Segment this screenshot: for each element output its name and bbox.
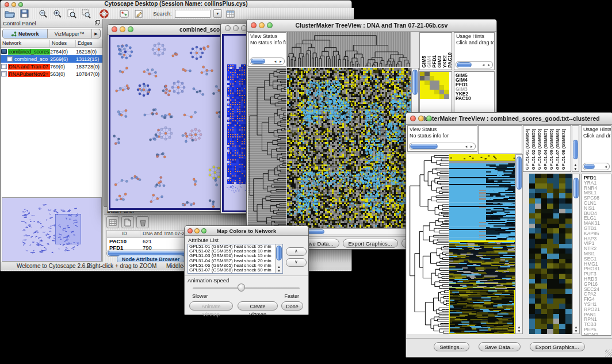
gene-label[interactable]: MON2: [584, 332, 611, 336]
done-button[interactable]: Done: [281, 301, 303, 311]
close-button[interactable]: [112, 26, 117, 32]
heatmap-canvas[interactable]: [287, 68, 411, 228]
maximize-button[interactable]: [267, 22, 273, 28]
scrollbar-thumb[interactable]: [276, 246, 282, 260]
column-id[interactable]: ID: [107, 231, 140, 237]
scrollbar-thumb[interactable]: [584, 164, 595, 169]
scrollbar-thumb[interactable]: [517, 156, 522, 190]
zoom-heatmap-scrollbar[interactable]: ▲▼: [572, 174, 580, 334]
move-up-button[interactable]: ∧: [286, 247, 307, 256]
close-button[interactable]: [188, 228, 193, 233]
close-button[interactable]: [410, 116, 416, 121]
search-dropdown-icon[interactable]: ▾: [213, 9, 222, 18]
zoom-out-icon[interactable]: [37, 9, 49, 18]
attribute-item[interactable]: GPL51-07 (GSM868) heat shock 60 min: [188, 268, 282, 273]
close-button[interactable]: [251, 22, 257, 28]
column-dendrogram[interactable]: [287, 32, 411, 67]
row-dendrogram[interactable]: [248, 68, 286, 228]
status-scrollbar[interactable]: ◄ ►: [409, 143, 476, 150]
open-session-button[interactable]: [4, 9, 16, 18]
close-button[interactable]: [225, 25, 231, 31]
column-label[interactable]: YKE2: [442, 55, 447, 68]
hints-scrollbar[interactable]: ◄ ►: [456, 61, 493, 68]
scrollbar-thumb[interactable]: [412, 70, 418, 95]
minimize-button[interactable]: [418, 116, 424, 121]
scroll-arrows-icon[interactable]: ▲▼: [276, 265, 282, 273]
column-label[interactable]: GIM5: [421, 56, 426, 68]
column-label[interactable]: GIM3: [437, 56, 442, 68]
zoom-in-icon[interactable]: [52, 9, 63, 18]
treeview-button[interactable]: Settings...: [434, 342, 469, 351]
column-label[interactable]: GPL51-03 (GSM856): [537, 129, 543, 170]
treeview1-titlebar[interactable]: ClusterMaker TreeView : DNA and Tran 07-…: [247, 20, 496, 32]
scrollbar-thumb[interactable]: [573, 140, 578, 159]
column-label[interactable]: GPL51-06 (GSM865): [549, 129, 555, 170]
scroll-arrows-icon[interactable]: ◄ ►: [481, 62, 491, 68]
import-table-icon[interactable]: [225, 9, 236, 18]
treeview-button[interactable]: Export Graphics...: [343, 239, 398, 248]
network-list-row[interactable]: RNAPuberNov2+ 563(0) 107847(0): [1, 70, 102, 78]
animation-speed-slider[interactable]: [193, 288, 300, 289]
maximize-button[interactable]: [201, 228, 206, 233]
column-label[interactable]: PAC10: [447, 52, 452, 68]
maximize-button[interactable]: [426, 116, 432, 121]
zoom-fit-icon[interactable]: [66, 9, 78, 18]
column-dendrogram-area[interactable]: [478, 125, 522, 154]
vizmapper-icon[interactable]: [118, 9, 130, 18]
column-label[interactable]: GPL51-04 (GSM857): [543, 129, 549, 170]
create-vizmap-button[interactable]: Create Vizmap: [238, 301, 278, 311]
maximize-button[interactable]: [18, 2, 23, 7]
tab-network[interactable]: Network: [3, 29, 48, 38]
scroll-arrows-icon[interactable]: ▲▼: [573, 325, 579, 333]
slider-thumb[interactable]: [238, 283, 245, 292]
scrollbar-thumb[interactable]: [410, 144, 438, 149]
scrollbar-thumb[interactable]: [251, 59, 265, 64]
float-panel-icon[interactable]: [95, 20, 100, 26]
labels-scrollbar[interactable]: ▲▼: [572, 125, 579, 172]
help-icon[interactable]: [98, 9, 110, 18]
zoom-heatmap-canvas[interactable]: [420, 72, 449, 99]
scroll-arrows-icon[interactable]: ▲▼: [516, 325, 522, 333]
tab-vizmapper[interactable]: VizMapper™: [48, 29, 92, 38]
hints-scrollbar[interactable]: ◄: [583, 163, 610, 170]
network-overview-canvas[interactable]: [2, 198, 100, 260]
column-label[interactable]: GPL51-02 (GSM855): [531, 129, 537, 170]
network-list-row[interactable]: combined_scores 2764(0) 16218(0): [1, 48, 102, 55]
scroll-arrows-icon[interactable]: ◄: [604, 164, 608, 170]
treeview2-titlebar[interactable]: ClusterMaker TreeView : combined_scores_…: [406, 113, 612, 125]
column-label[interactable]: GPL51-08 (GSM872): [561, 129, 567, 170]
resize-grip[interactable]: [605, 350, 612, 357]
scrollbar-thumb[interactable]: [457, 62, 472, 67]
minimize-button[interactable]: [259, 22, 265, 28]
trash-icon[interactable]: [136, 216, 149, 228]
minimize-button[interactable]: [12, 2, 16, 7]
column-edges[interactable]: Edges: [76, 40, 102, 47]
status-scrollbar[interactable]: ◄ ►: [250, 58, 285, 65]
search-input[interactable]: [175, 10, 211, 18]
minimize-button[interactable]: [120, 26, 125, 32]
scrollbar-thumb[interactable]: [573, 178, 579, 198]
main-window-titlebar[interactable]: Cytoscape Desktop (Session Name: collins…: [1, 1, 351, 9]
zoom-selected-icon[interactable]: [81, 9, 92, 18]
dialog-titlebar[interactable]: Map Colors to Network: [185, 226, 308, 236]
new-document-icon[interactable]: [121, 216, 134, 228]
row-dendrogram[interactable]: [407, 154, 449, 334]
minimize-button[interactable]: [233, 25, 239, 31]
column-label[interactable]: GPL51-07 (GSM868): [555, 129, 561, 170]
global-heatmap-canvas[interactable]: [449, 154, 515, 334]
treeview-button[interactable]: Export Graphics...: [530, 342, 585, 351]
column-label[interactable]: PFD1: [431, 55, 437, 68]
global-heatmap-scrollbar[interactable]: ▲▼: [515, 154, 523, 334]
close-button[interactable]: [5, 2, 9, 7]
scroll-arrows-icon[interactable]: ◄ ►: [273, 59, 283, 64]
zoom-heatmap-canvas[interactable]: [529, 174, 572, 334]
column-network[interactable]: Network: [1, 40, 50, 47]
maximize-button[interactable]: [128, 26, 133, 32]
more-tabs-button[interactable]: ▶: [91, 29, 100, 38]
annotation-icon[interactable]: [133, 9, 144, 18]
minimize-button[interactable]: [194, 228, 200, 233]
column-label[interactable]: GIM4: [426, 56, 431, 68]
gene-label[interactable]: PAC10: [456, 96, 494, 101]
scroll-arrows-icon[interactable]: ◄ ►: [464, 144, 474, 150]
scroll-arrows-icon[interactable]: ▲▼: [572, 163, 579, 171]
